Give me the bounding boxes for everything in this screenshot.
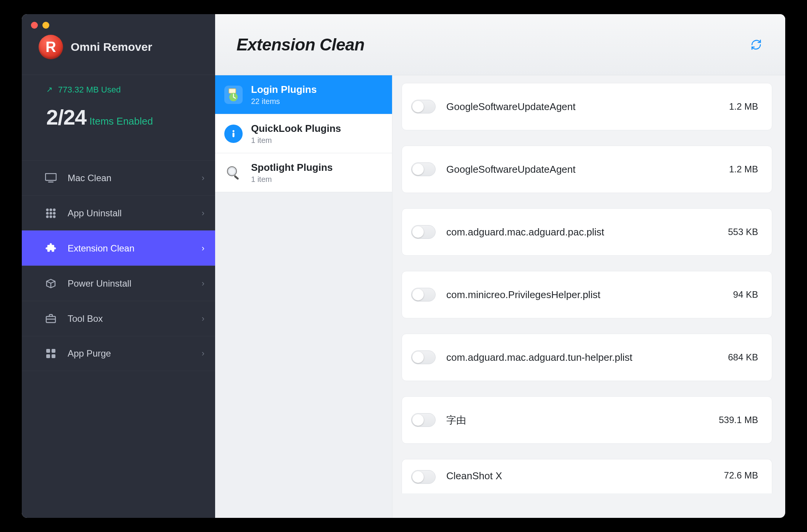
category-count: 1 item [251, 175, 333, 184]
svg-point-8 [46, 215, 49, 218]
category-list: Login Plugins 22 items QuickLook Plugins… [215, 75, 392, 518]
svg-rect-13 [52, 349, 55, 353]
item-name: 字由 [446, 414, 719, 427]
list-item: com.adguard.mac.adguard.pac.plist 553 KB [402, 208, 772, 256]
svg-point-3 [50, 208, 52, 211]
svg-point-21 [229, 168, 235, 174]
chevron-right-icon: › [202, 314, 204, 324]
sidebar-item-label: Mac Clean [68, 173, 202, 183]
page-title: Extension Clean [237, 35, 365, 54]
storage-used: ↗ 773.32 MB Used [46, 85, 206, 95]
item-size: 72.6 MB [724, 470, 758, 481]
page-header: Extension Clean [215, 14, 785, 75]
category-quicklook-plugins[interactable]: QuickLook Plugins 1 item [215, 114, 392, 153]
item-list[interactable]: GoogleSoftwareUpdateAgent 1.2 MB GoogleS… [392, 75, 785, 518]
item-size: 553 KB [728, 227, 758, 237]
app-logo-letter: R [45, 39, 56, 55]
app-logo: R [39, 35, 63, 59]
sidebar-item-label: Power Uninstall [68, 278, 202, 289]
grid-icon [45, 207, 57, 219]
tiles-icon [45, 347, 57, 360]
list-item: com.adguard.mac.adguard.tun-helper.plist… [402, 334, 772, 381]
item-name: com.adguard.mac.adguard.tun-helper.plist [446, 352, 728, 363]
svg-rect-12 [46, 349, 50, 353]
list-item: CleanShot X 72.6 MB [402, 459, 772, 493]
enabled-summary: 2/24 Items Enabled [46, 105, 206, 130]
sidebar-item-mac-clean[interactable]: Mac Clean › [22, 160, 215, 195]
storage-used-label: 773.32 MB Used [58, 85, 121, 95]
svg-point-4 [53, 208, 56, 211]
svg-rect-1 [48, 182, 53, 183]
svg-rect-16 [229, 89, 236, 93]
svg-point-2 [46, 208, 49, 211]
category-count: 22 items [251, 97, 317, 106]
item-size: 539.1 MB [719, 415, 758, 425]
svg-point-6 [50, 212, 52, 214]
main-pane: Extension Clean Login Plugins 22 items [215, 14, 785, 518]
category-title: QuickLook Plugins [251, 123, 341, 135]
svg-point-18 [233, 130, 235, 132]
svg-point-9 [50, 215, 52, 218]
sidebar: R Omni Remover ↗ 773.32 MB Used 2/24 Ite… [22, 14, 215, 518]
item-toggle[interactable] [411, 470, 436, 484]
item-toggle[interactable] [411, 162, 436, 176]
svg-rect-0 [45, 174, 56, 180]
monitor-icon [45, 172, 57, 184]
item-toggle[interactable] [411, 288, 436, 302]
item-size: 94 KB [733, 289, 758, 300]
brand: R Omni Remover [22, 23, 215, 75]
status-block: ↗ 773.32 MB Used 2/24 Items Enabled [22, 75, 215, 145]
item-size: 1.2 MB [729, 101, 758, 112]
svg-point-10 [53, 215, 56, 218]
info-icon [224, 125, 243, 143]
item-name: com.adguard.mac.adguard.pac.plist [446, 226, 728, 238]
item-toggle[interactable] [411, 225, 436, 239]
item-toggle[interactable] [411, 413, 436, 427]
list-item: 字由 539.1 MB [402, 396, 772, 444]
app-name: Omni Remover [71, 41, 152, 54]
item-size: 1.2 MB [729, 164, 758, 175]
category-title: Login Plugins [251, 84, 317, 96]
category-count: 1 item [251, 136, 341, 145]
sidebar-item-label: Tool Box [68, 313, 202, 324]
category-login-plugins[interactable]: Login Plugins 22 items [215, 75, 392, 114]
svg-rect-14 [46, 354, 50, 358]
svg-rect-22 [234, 175, 239, 180]
magnifier-icon [224, 164, 243, 182]
chevron-right-icon: › [202, 173, 204, 183]
sidebar-item-power-uninstall[interactable]: Power Uninstall › [22, 266, 215, 301]
sidebar-item-label: App Uninstall [68, 208, 202, 219]
sidebar-nav: Mac Clean › App Uninstall › Ex [22, 160, 215, 371]
list-item: com.minicreo.PrivilegesHelper.plist 94 K… [402, 271, 772, 318]
list-item: GoogleSoftwareUpdateAgent 1.2 MB [402, 83, 772, 130]
item-name: CleanShot X [446, 470, 724, 482]
briefcase-icon [45, 313, 57, 325]
enabled-count: 2/24 [46, 105, 86, 130]
content-area: Login Plugins 22 items QuickLook Plugins… [215, 75, 785, 518]
puzzle-icon [45, 242, 57, 255]
sidebar-item-app-purge[interactable]: App Purge › [22, 336, 215, 371]
enabled-label: Items Enabled [89, 115, 153, 127]
window-controls [22, 14, 215, 23]
chevron-right-icon: › [202, 243, 204, 253]
sidebar-item-extension-clean[interactable]: Extension Clean › [22, 230, 215, 266]
svg-point-7 [53, 212, 56, 214]
box-icon [45, 277, 57, 290]
refresh-icon [750, 39, 762, 51]
chevron-right-icon: › [202, 208, 204, 218]
item-name: com.minicreo.PrivilegesHelper.plist [446, 289, 733, 301]
list-item: GoogleSoftwareUpdateAgent 1.2 MB [402, 146, 772, 193]
category-title: Spotlight Plugins [251, 162, 333, 174]
item-size: 684 KB [728, 352, 758, 363]
svg-rect-19 [233, 133, 235, 137]
sidebar-item-app-uninstall[interactable]: App Uninstall › [22, 195, 215, 230]
svg-point-5 [46, 212, 49, 214]
login-plugins-icon [224, 86, 243, 104]
chevron-right-icon: › [202, 349, 204, 358]
refresh-button[interactable] [749, 37, 764, 52]
sidebar-item-tool-box[interactable]: Tool Box › [22, 301, 215, 336]
category-spotlight-plugins[interactable]: Spotlight Plugins 1 item [215, 153, 392, 192]
item-name: GoogleSoftwareUpdateAgent [446, 164, 729, 175]
item-toggle[interactable] [411, 350, 436, 364]
item-toggle[interactable] [411, 100, 436, 114]
